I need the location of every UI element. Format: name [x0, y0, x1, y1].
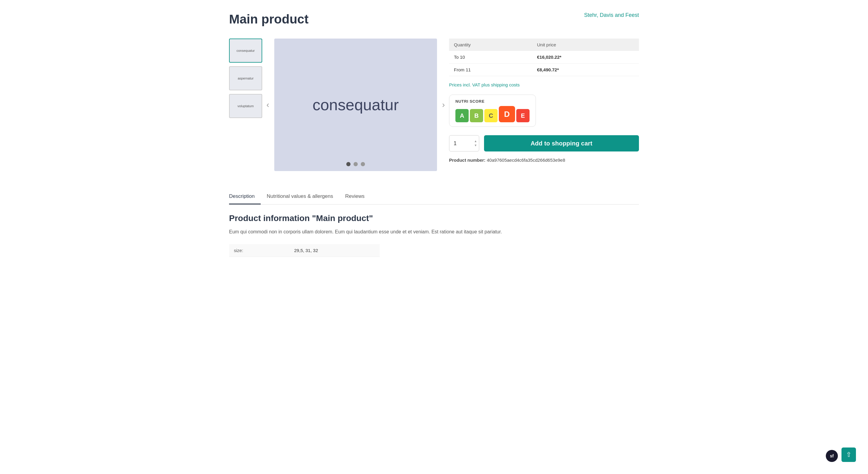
- main-image-wrapper: ‹ consequatur ›: [274, 39, 437, 171]
- quantity-wrapper: ▲ ▼: [449, 135, 479, 151]
- quantity-up[interactable]: ▲: [474, 139, 477, 143]
- prev-image-button[interactable]: ‹: [264, 97, 272, 113]
- product-number-value: 40a97605aecd4c6fa35cd266d653e9e8: [487, 158, 565, 163]
- page-title: Main product: [229, 12, 309, 27]
- tabs-nav: Description Nutritional values & allerge…: [229, 189, 639, 204]
- dot-2[interactable]: [353, 162, 358, 166]
- col-quantity: Quantity: [449, 39, 532, 51]
- price-table: Quantity Unit price To 10 €16,020.22* Fr…: [449, 39, 639, 76]
- attribute-value-size: 29,5, 31, 32: [289, 244, 380, 257]
- quantity-down[interactable]: ▼: [474, 144, 477, 147]
- main-image-text: consequatur: [313, 96, 399, 114]
- price-row-2: From 11 €8,490.72*: [449, 64, 639, 76]
- tabs-section: Description Nutritional values & allerge…: [229, 189, 639, 257]
- dot-3[interactable]: [361, 162, 365, 166]
- nutri-letter-c: C: [484, 109, 498, 122]
- company-link[interactable]: Stehr, Davis and Feest: [584, 12, 639, 19]
- product-number-label: Product number:: [449, 158, 486, 163]
- nutri-letter-d: D: [499, 106, 515, 122]
- nutri-letter-a: A: [456, 109, 469, 122]
- price-row-1: To 10 €16,020.22*: [449, 51, 639, 64]
- quantity-2: From 11: [449, 64, 532, 76]
- product-number: Product number: 40a97605aecd4c6fa35cd266…: [449, 158, 639, 163]
- tab-description[interactable]: Description: [229, 189, 261, 204]
- image-dots: [346, 162, 365, 166]
- nutri-letters: A B C D E: [456, 106, 530, 122]
- tab-nutritional[interactable]: Nutritional values & allergens: [267, 189, 339, 204]
- page-header: Main product Stehr, Davis and Feest: [229, 12, 639, 27]
- attributes-table: size: 29,5, 31, 32: [229, 244, 380, 257]
- vat-link[interactable]: Prices incl. VAT plus shipping costs: [449, 82, 639, 87]
- price-2: €8,490.72*: [532, 64, 639, 76]
- thumbnail-2[interactable]: aspernatur: [229, 66, 262, 90]
- add-to-cart-row: ▲ ▼ Add to shopping cart: [449, 135, 639, 151]
- product-section: consequatur aspernatur voluptatum ‹ cons…: [229, 39, 639, 171]
- attribute-key-size: size:: [229, 244, 289, 257]
- thumbnail-1[interactable]: consequatur: [229, 39, 262, 63]
- product-info: Quantity Unit price To 10 €16,020.22* Fr…: [449, 39, 639, 171]
- next-image-button[interactable]: ›: [439, 97, 448, 113]
- nutri-score: NUTRI SCORE A B C D E: [449, 95, 536, 127]
- col-unit-price: Unit price: [532, 39, 639, 51]
- thumbnails-list: consequatur aspernatur voluptatum: [229, 39, 262, 171]
- add-to-cart-button[interactable]: Add to shopping cart: [484, 135, 639, 151]
- main-image: consequatur: [274, 39, 437, 171]
- nutri-letter-e: E: [516, 109, 530, 122]
- product-description: Eum qui commodi non in corporis ullam do…: [229, 228, 639, 236]
- product-info-heading: Product information "Main product": [229, 213, 639, 223]
- thumbnail-3[interactable]: voluptatum: [229, 94, 262, 118]
- quantity-1: To 10: [449, 51, 532, 64]
- nutri-label: NUTRI SCORE: [456, 99, 530, 104]
- attribute-row-size: size: 29,5, 31, 32: [229, 244, 380, 257]
- nutri-letter-b: B: [470, 109, 483, 122]
- dot-1[interactable]: [346, 162, 350, 166]
- quantity-arrows: ▲ ▼: [474, 139, 477, 147]
- tab-reviews[interactable]: Reviews: [345, 189, 370, 204]
- price-1: €16,020.22*: [532, 51, 639, 64]
